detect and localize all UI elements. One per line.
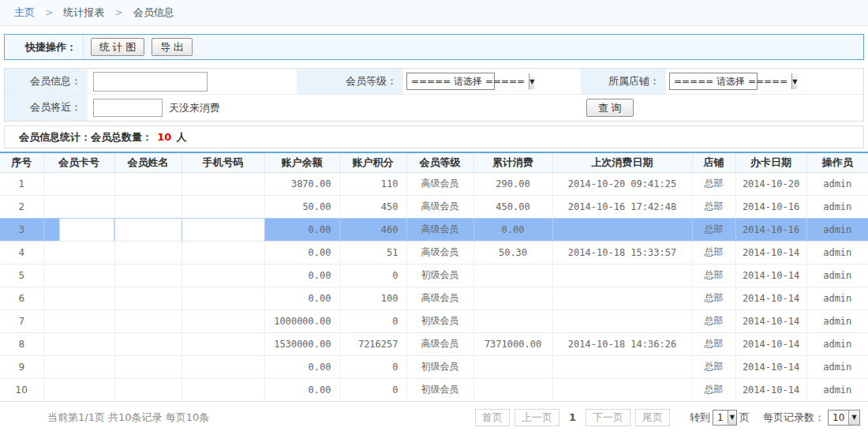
per-page-label: 每页记录数： xyxy=(763,411,825,425)
cell-phone xyxy=(181,287,264,309)
cell-points: 450 xyxy=(339,195,406,218)
cell-open: 2014-10-14 xyxy=(735,264,806,287)
prev-page-button[interactable]: 上一页 xyxy=(514,409,559,426)
cell-balance: 3870.00 xyxy=(264,172,339,195)
cell-seq: 7 xyxy=(0,309,43,332)
cell-op: admin xyxy=(806,332,868,355)
first-page-button[interactable]: 首页 xyxy=(475,409,510,426)
chevron-down-icon: ▼ xyxy=(728,411,736,425)
cell-seq: 5 xyxy=(0,264,43,287)
cell-total xyxy=(473,378,552,401)
cell-total xyxy=(473,309,552,332)
member-level-label: 会员等级： xyxy=(297,69,403,94)
cell-open: 2014-10-20 xyxy=(735,172,806,195)
store-label: 所属店铺： xyxy=(581,69,666,94)
table-row[interactable]: 50.000初级会员总部2014-10-14admin xyxy=(0,264,868,287)
cell-last: 2014-10-20 09:41:25 xyxy=(552,172,692,195)
cell-open: 2014-10-16 xyxy=(735,218,806,241)
cell-name xyxy=(114,218,181,241)
cell-balance: 0.00 xyxy=(264,264,339,287)
cell-card xyxy=(43,332,114,355)
breadcrumb-separator: > xyxy=(114,7,122,18)
cell-points: 110 xyxy=(339,172,406,195)
cell-phone xyxy=(181,241,264,264)
column-header-balance: 账户余额 xyxy=(264,152,339,172)
cell-balance: 0.00 xyxy=(264,355,339,378)
cell-balance: 0.00 xyxy=(264,241,339,264)
table-row[interactable]: 81530000.007216257高级会员7371000.002014-10-… xyxy=(0,332,868,355)
cell-store: 总部 xyxy=(692,241,735,264)
column-header-points: 账户积分 xyxy=(339,152,406,172)
cell-card xyxy=(43,264,114,287)
filter-row-1: 会员信息： 会员等级： ===== 请选择 ===== ▼ 所属店铺： ====… xyxy=(5,69,863,95)
table-row[interactable]: 100.000初级会员总部2014-10-14admin xyxy=(0,378,868,401)
member-level-select[interactable]: ===== 请选择 ===== ▼ xyxy=(406,73,495,90)
cell-store: 总部 xyxy=(692,287,735,309)
cell-name xyxy=(114,355,181,378)
member-info-input[interactable] xyxy=(93,72,208,92)
table-row[interactable]: 40.0051高级会员50.302014-10-18 15:33:57总部201… xyxy=(0,241,868,264)
cell-name xyxy=(114,264,181,287)
cell-op: admin xyxy=(806,287,868,309)
table-row[interactable]: 71000000.000初级会员总部2014-10-14admin xyxy=(0,309,868,332)
table-row[interactable]: 90.000初级会员总部2014-10-14admin xyxy=(0,355,868,378)
days-input[interactable] xyxy=(93,99,163,117)
cell-total xyxy=(473,287,552,309)
cell-total: 50.30 xyxy=(473,241,552,264)
breadcrumb-home-link[interactable]: 主页 xyxy=(14,6,35,18)
breadcrumb-reports-link[interactable]: 统计报表 xyxy=(63,6,104,18)
cell-open: 2014-10-16 xyxy=(735,195,806,218)
cell-last xyxy=(552,355,692,378)
cell-op: admin xyxy=(806,172,868,195)
cell-total: 0.00 xyxy=(473,218,552,241)
cell-balance: 0.00 xyxy=(264,287,339,309)
chevron-down-icon: ▼ xyxy=(791,73,797,89)
quick-actions-label: 快捷操作： xyxy=(5,35,84,59)
export-button[interactable]: 导 出 xyxy=(152,38,193,56)
cell-total xyxy=(473,264,552,287)
last-page-button[interactable]: 尾页 xyxy=(635,409,670,426)
goto-page-select[interactable]: 1 ▼ xyxy=(713,410,737,426)
cell-op: admin xyxy=(806,355,868,378)
table-row[interactable]: 60.00100高级会员总部2014-10-14admin xyxy=(0,287,868,309)
pagination-footer: 当前第1/1页 共10条记录 每页10条 首页 上一页 1 下一页 尾页 转到 … xyxy=(8,409,860,426)
cell-phone xyxy=(181,332,264,355)
cell-open: 2014-10-14 xyxy=(735,355,806,378)
cell-last xyxy=(552,287,692,309)
per-page-select[interactable]: 10 ▼ xyxy=(828,410,860,426)
cell-points: 51 xyxy=(339,241,406,264)
table-row[interactable]: 250.00450高级会员450.002014-10-16 17:42:48总部… xyxy=(0,195,868,218)
column-header-last-consume-date: 上次消费日期 xyxy=(552,152,692,172)
store-select[interactable]: ===== 请选择 ===== ▼ xyxy=(669,73,758,90)
cell-points: 0 xyxy=(339,378,406,401)
cell-store: 总部 xyxy=(692,355,735,378)
cell-open: 2014-10-14 xyxy=(735,332,806,355)
chart-button[interactable]: 统 计 图 xyxy=(91,38,144,56)
cell-op: admin xyxy=(806,241,868,264)
next-page-button[interactable]: 下一页 xyxy=(586,409,630,426)
cell-balance: 1000000.00 xyxy=(264,309,339,332)
cell-card xyxy=(43,309,114,332)
cell-card xyxy=(43,172,114,195)
cell-op: admin xyxy=(806,309,868,332)
cell-op: admin xyxy=(806,264,868,287)
cell-level: 高级会员 xyxy=(406,195,473,218)
days-suffix-label: 天没来消费 xyxy=(169,101,220,115)
cell-level: 高级会员 xyxy=(406,241,473,264)
cell-card xyxy=(43,195,114,218)
search-button[interactable]: 查 询 xyxy=(586,99,634,117)
cell-open: 2014-10-14 xyxy=(735,287,806,309)
table-row[interactable]: 13870.00110高级会员290.002014-10-20 09:41:25… xyxy=(0,172,868,195)
cell-level: 初级会员 xyxy=(406,355,473,378)
cell-balance: 0.00 xyxy=(264,218,339,241)
column-header-seq: 序号 xyxy=(0,152,43,172)
cell-card xyxy=(43,355,114,378)
cell-level: 初级会员 xyxy=(406,378,473,401)
cell-total: 450.00 xyxy=(473,195,552,218)
stats-bar: 会员信息统计：会员总数量： 10 人 xyxy=(4,126,864,148)
cell-points: 100 xyxy=(339,287,406,309)
cell-store: 总部 xyxy=(692,309,735,332)
column-header-card-number: 会员卡号 xyxy=(43,152,114,172)
cell-seq: 1 xyxy=(0,172,43,195)
table-row[interactable]: 30.00460高级会员0.00总部2014-10-16admin xyxy=(0,218,868,241)
